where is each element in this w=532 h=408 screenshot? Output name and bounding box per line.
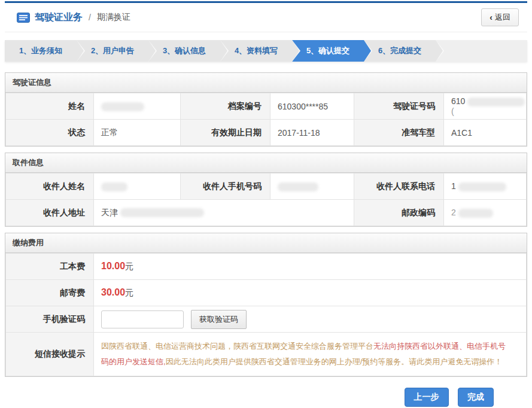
recipient-name-value [94,173,181,200]
postcode-label: 邮政编码 [354,200,444,226]
vehicle-class-label: 准驾车型 [354,120,444,146]
get-code-button[interactable]: 获取验证码 [191,310,247,329]
name-label: 姓名 [6,93,94,120]
table-row: 姓名 档案编号 610300****85 驾驶证号码 610 ( [6,93,527,120]
address-value: 天津 [94,200,354,226]
finish-button[interactable]: 完成 [458,388,494,407]
sms-code-label: 手机验证码 [6,306,94,333]
production-fee-amount: 10.00 [101,261,125,271]
recipient-mobile-label: 收件人手机号码 [181,173,270,200]
license-list-icon [17,13,30,23]
fees-panel: 缴纳费用 工本费 10.00元 邮寄费 30.00元 手机验证码 获取验证码 [5,233,527,377]
production-fee-value: 10.00元 [94,254,527,280]
back-button[interactable]: ‹ 返回 [481,8,519,26]
expiry-label: 有效期止日期 [181,120,270,146]
step-tab-5-active[interactable]: 5、确认提交 [292,40,364,62]
license-info-table: 姓名 档案编号 610300****85 驾驶证号码 610 ( 状态 正常 有… [5,93,527,146]
file-no-label: 档案编号 [181,93,270,120]
back-button-label: 返回 [495,12,510,23]
fees-title: 缴纳费用 [5,233,527,253]
step-tab-1[interactable]: 1、业务须知 [5,40,77,62]
table-row: 手机验证码 获取验证码 [6,306,527,333]
fees-table: 工本费 10.00元 邮寄费 30.00元 手机验证码 获取验证码 短信接收提 [5,253,527,376]
recipient-mobile-value [270,173,354,200]
recipient-tel-label: 收件人联系电话 [354,173,444,200]
postage-fee-amount: 30.00 [101,287,125,297]
recipient-tel-value: 1 [444,173,527,200]
sms-notice-text: 因陕西省联通、电信运营商技术问题，陕西省互联网交通安全综合服务管理平台无法向持陕… [101,339,512,370]
sms-notice-cell: 因陕西省联通、电信运营商技术问题，陕西省互联网交通安全综合服务管理平台无法向持陕… [94,333,527,376]
redacted-recipient-mobile [278,182,318,191]
pickup-info-panel: 取件信息 收件人姓名 收件人手机号码 收件人联系电话 1 收件人地址 天津 [5,153,527,227]
license-info-title: 驾驶证信息 [5,73,527,93]
address-label: 收件人地址 [6,200,94,226]
page-title: 驾驶证业务 [35,11,83,24]
sms-code-input[interactable] [101,310,184,328]
page-header: 驾驶证业务 / 期满换证 ‹ 返回 [5,1,527,32]
table-row: 状态 正常 有效期止日期 2017-11-18 准驾车型 A1C1 [6,120,527,146]
sms-code-cell: 获取验证码 [94,306,527,333]
postage-fee-label: 邮寄费 [6,280,94,306]
status-label: 状态 [6,120,94,146]
redacted-postcode [458,209,493,218]
status-value: 正常 [94,120,181,146]
breadcrumb-separator: / [89,13,91,22]
step-tab-6[interactable]: 6、完成提交 [364,40,436,62]
name-value [94,93,181,120]
redacted-name [101,102,144,111]
license-no-label: 驾驶证号码 [354,93,444,120]
vehicle-class-value: A1C1 [444,120,527,146]
redacted-recipient-tel [458,182,506,191]
page: 驾驶证业务 / 期满换证 ‹ 返回 1、业务须知 2、用户申告 3、确认信息 4… [0,0,532,407]
sms-notice-label: 短信接收提示 [6,333,94,376]
pickup-info-table: 收件人姓名 收件人手机号码 收件人联系电话 1 收件人地址 天津 邮政编码 2 [5,173,527,226]
table-row: 工本费 10.00元 [6,254,527,280]
table-row: 短信接收提示 因陕西省联通、电信运营商技术问题，陕西省互联网交通安全综合服务管理… [6,333,527,376]
file-no-value: 610300****85 [270,93,354,120]
expiry-value: 2017-11-18 [270,120,354,146]
license-no-value: 610 ( [444,93,527,120]
step-tab-4[interactable]: 4、资料填写 [220,40,292,62]
postage-fee-value: 30.00元 [94,280,527,306]
step-bar-filler [436,40,527,62]
redacted-license-no [467,98,525,106]
redacted-recipient-name [101,182,127,191]
breadcrumb: 驾驶证业务 / 期满换证 [17,11,130,24]
step-tab-3[interactable]: 3、确认信息 [148,40,220,62]
footer-actions: 上一步 完成 [5,388,527,407]
license-info-panel: 驾驶证信息 姓名 档案编号 610300****85 驾驶证号码 610 ( 状… [5,72,527,147]
previous-step-button[interactable]: 上一步 [405,388,449,407]
page-subtitle: 期满换证 [97,12,130,23]
redacted-address [120,208,204,217]
step-wizard: 1、业务须知 2、用户申告 3、确认信息 4、资料填写 5、确认提交 6、完成提… [5,40,527,62]
table-row: 邮寄费 30.00元 [6,280,527,306]
back-chevron-icon: ‹ [490,13,493,22]
recipient-name-label: 收件人姓名 [6,173,94,200]
table-row: 收件人地址 天津 邮政编码 2 [6,200,527,226]
production-fee-label: 工本费 [6,254,94,280]
postcode-value: 2 [444,200,527,226]
table-row: 收件人姓名 收件人手机号码 收件人联系电话 1 [6,173,527,200]
step-tab-2[interactable]: 2、用户申告 [77,40,148,62]
pickup-info-title: 取件信息 [5,153,527,173]
